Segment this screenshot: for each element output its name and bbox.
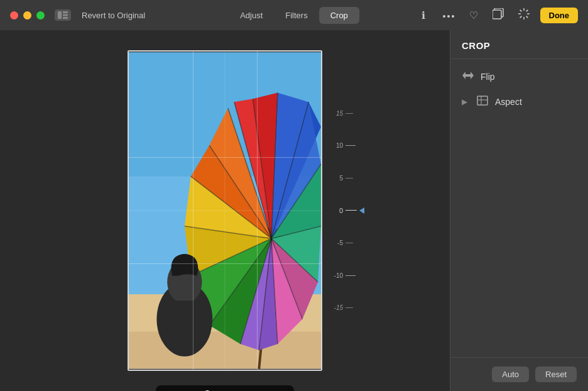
more-icon xyxy=(443,9,454,21)
auto-button[interactable]: Auto xyxy=(492,366,529,382)
main-content: 15 10 5 0 xyxy=(0,30,588,391)
duplicate-button[interactable] xyxy=(490,6,508,24)
info-icon: ℹ xyxy=(422,9,425,21)
maximize-button[interactable] xyxy=(36,11,45,19)
close-button[interactable] xyxy=(10,11,18,19)
tab-filters[interactable]: Filters xyxy=(274,7,318,24)
panel-bottom: Auto Reset xyxy=(450,357,588,391)
right-toolbar: ℹ ♡ xyxy=(415,6,579,24)
magic-button[interactable] xyxy=(515,6,533,24)
panel-title: CROP xyxy=(462,40,577,51)
aspect-arrow-icon: ▶ xyxy=(462,97,467,106)
ruler-mark-neg15: -15 xyxy=(332,304,357,311)
svg-rect-42 xyxy=(169,300,200,350)
flip-item[interactable]: Flip xyxy=(450,64,588,89)
right-panel: CROP Flip ▶ xyxy=(450,30,588,391)
done-button[interactable]: Done xyxy=(540,8,579,23)
photo-content xyxy=(129,52,321,370)
svg-line-15 xyxy=(526,10,528,12)
svg-line-13 xyxy=(520,10,521,12)
photo-frame[interactable] xyxy=(128,50,322,371)
flip-icon xyxy=(462,70,474,83)
ruler-mark-10: 10 xyxy=(332,142,357,149)
revert-button[interactable]: Revert to Original xyxy=(82,11,145,20)
titlebar: Revert to Original Adjust Filters Crop ℹ… xyxy=(0,0,588,30)
svg-rect-8 xyxy=(493,10,501,19)
svg-rect-0 xyxy=(58,11,62,19)
ruler-mark-0: 0 xyxy=(332,207,357,214)
mode-tabs: Adjust Filters Crop xyxy=(229,7,359,24)
aspect-label: Aspect xyxy=(495,97,522,107)
svg-point-5 xyxy=(447,15,450,18)
ruler-mark-15: 15 xyxy=(332,110,357,117)
traffic-lights xyxy=(10,11,45,19)
ruler-mark-5: 5 xyxy=(332,175,357,182)
window-controls xyxy=(55,9,71,21)
playback-bar[interactable]: 00:01 -00:05 xyxy=(156,385,294,391)
more-button[interactable] xyxy=(440,6,457,24)
svg-point-4 xyxy=(443,15,445,18)
ruler-mark-neg10: -10 xyxy=(332,272,357,279)
svg-rect-45 xyxy=(477,96,487,105)
heart-icon: ♡ xyxy=(469,9,478,21)
info-button[interactable]: ℹ xyxy=(415,6,432,24)
tab-crop[interactable]: Crop xyxy=(319,7,359,24)
reset-button[interactable]: Reset xyxy=(535,366,577,382)
rotation-ruler[interactable]: 15 10 5 0 xyxy=(329,110,369,311)
minimize-button[interactable] xyxy=(23,11,31,19)
tab-adjust[interactable]: Adjust xyxy=(229,7,274,24)
svg-rect-2 xyxy=(63,14,68,16)
image-container: 15 10 5 0 xyxy=(128,50,322,371)
svg-line-16 xyxy=(520,16,521,18)
heart-button[interactable]: ♡ xyxy=(465,6,482,24)
svg-line-14 xyxy=(526,16,528,18)
svg-rect-1 xyxy=(63,11,68,13)
panel-header: CROP xyxy=(450,30,588,59)
sidebar-toggle[interactable] xyxy=(55,9,71,21)
aspect-item[interactable]: ▶ Aspect xyxy=(450,89,588,114)
aspect-icon xyxy=(476,96,489,108)
magic-icon xyxy=(518,8,530,22)
svg-rect-3 xyxy=(63,17,68,19)
duplicate-icon xyxy=(493,8,505,22)
image-area[interactable]: 15 10 5 0 xyxy=(0,30,450,391)
flip-label: Flip xyxy=(481,72,495,82)
ruler-mark-neg5: -5 xyxy=(332,240,357,246)
panel-items: Flip ▶ Aspect xyxy=(450,59,588,357)
svg-point-6 xyxy=(452,15,454,18)
